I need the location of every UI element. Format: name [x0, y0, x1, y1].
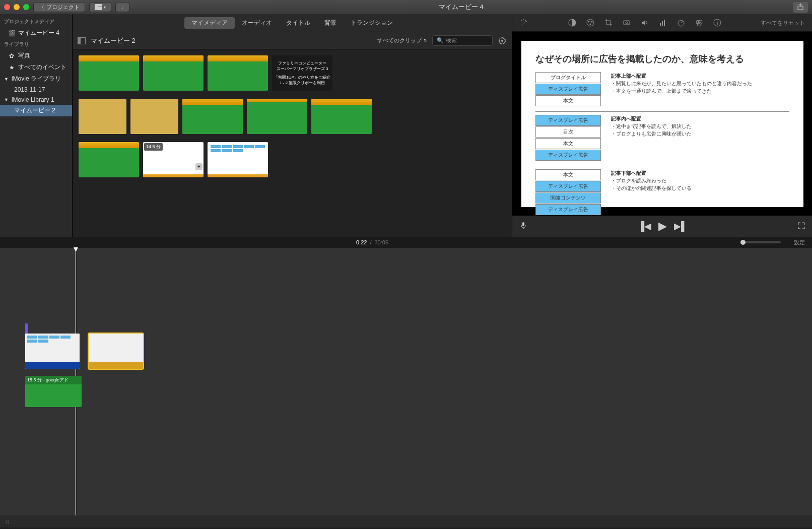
slide-section-title: 記事下部へ配置	[611, 170, 646, 176]
sidebar-movie2-label: マイムービー 2	[14, 106, 55, 115]
svg-text:i: i	[716, 20, 717, 26]
slide-box: ディスプレイ広告	[535, 84, 601, 95]
clip-text: 「無限1UP」のやり方をご紹介	[274, 75, 330, 80]
fullscreen-icon[interactable]	[798, 221, 805, 232]
clip-filter-dropdown[interactable]: すべてのクリップ ⇅	[377, 37, 427, 44]
tab-mymedia[interactable]: マイメディア	[184, 17, 235, 29]
sidebar-photos-label: 写真	[18, 51, 30, 60]
clip-thumb[interactable]	[130, 99, 178, 134]
slide-box: ブログタイトル	[535, 72, 601, 83]
clips-grid: ファミリーコンピューター スーパーマリオブラザーズ 3 「無限1UP」のやり方を…	[73, 49, 512, 237]
share-button[interactable]	[793, 2, 808, 13]
sidebar-imovie-lib[interactable]: ▼ iMovie ライブラリ	[0, 73, 72, 85]
grid-icon	[95, 4, 102, 10]
sidebar-all-events[interactable]: ★ すべてのイベント	[0, 61, 72, 73]
timeline-clip-selected[interactable]	[89, 334, 143, 369]
browser-toolbar: マイムービー 2 すべてのクリップ ⇅ 🔍 検索	[73, 32, 512, 49]
tab-audio[interactable]: オーディオ	[235, 17, 279, 29]
stabilize-icon[interactable]	[622, 18, 631, 27]
clip-thumb[interactable]	[208, 55, 268, 91]
total-time: 30:06	[374, 239, 388, 245]
gear-icon[interactable]	[498, 36, 507, 45]
filter-icon[interactable]	[695, 18, 704, 27]
slide-box: ディスプレイ広告	[535, 181, 601, 192]
zoom-slider[interactable]	[740, 241, 781, 243]
window-title: マイムービー 4	[133, 3, 789, 12]
tab-bg[interactable]: 背景	[317, 17, 344, 29]
search-icon: 🔍	[437, 37, 444, 44]
time-display-bar: 0:22 / 30:06 設定	[0, 237, 812, 248]
search-placeholder: 検索	[446, 37, 457, 44]
palette-icon[interactable]	[586, 18, 595, 27]
prev-button[interactable]: ▐◀	[638, 221, 651, 232]
crop-icon[interactable]	[604, 18, 613, 27]
reset-all-button[interactable]: すべてをリセット	[761, 19, 805, 27]
clip-thumb[interactable]	[182, 99, 243, 134]
equalizer-icon[interactable]	[658, 18, 667, 27]
svg-point-7	[523, 19, 524, 20]
add-icon[interactable]: +	[195, 163, 202, 170]
fullscreen-icon[interactable]	[23, 4, 29, 10]
clip-text: スーパーマリオブラザーズ 3	[274, 66, 330, 72]
clip-thumb[interactable]: ファミリーコンピューター スーパーマリオブラザーズ 3 「無限1UP」のやり方を…	[272, 55, 332, 91]
slide-box: ディスプレイ広告	[535, 150, 601, 161]
flower-icon: ✿	[8, 52, 15, 59]
sidebar-photos[interactable]: ✿ 写真	[0, 50, 72, 61]
tab-transition[interactable]: トランジション	[344, 17, 400, 29]
mic-icon[interactable]	[519, 221, 527, 232]
view-mode-button[interactable]: ▾	[89, 2, 111, 12]
clip-thumb[interactable]	[247, 99, 307, 134]
speed-icon[interactable]	[676, 18, 686, 27]
svg-rect-24	[522, 222, 524, 226]
slide-bullet: ・閲覧しに来たが、見たいと思っていたものと違う内容だった	[611, 81, 752, 86]
settings-button[interactable]: 設定	[794, 239, 805, 246]
wand-icon[interactable]	[519, 18, 528, 27]
disclosure-icon: ▼	[4, 77, 9, 82]
timeline-audio-clip[interactable]: 15.5 分 - googleアド	[25, 376, 82, 407]
svg-point-11	[591, 21, 592, 23]
star-icon: ★	[8, 64, 15, 71]
back-button[interactable]: 〈 プロジェクト	[33, 2, 85, 12]
color-balance-icon[interactable]	[568, 18, 577, 27]
minimize-icon[interactable]	[14, 4, 20, 10]
timeline[interactable]: 15.5 分 - googleアド ♫	[0, 248, 812, 527]
search-input[interactable]: 🔍 検索	[432, 35, 493, 46]
slide-box: ディスプレイ広告	[535, 204, 601, 215]
clip-thumb[interactable]	[143, 55, 204, 91]
sidebar-imovie-lib1[interactable]: ▼ iMovie Library 1	[0, 95, 72, 105]
preview-slide: なぜその場所に広告を掲載したのか、意味を考える ブログタイトル ディスプレイ広告…	[521, 41, 803, 207]
volume-icon[interactable]	[640, 18, 649, 27]
play-button[interactable]: ▶	[658, 220, 667, 233]
svg-rect-13	[624, 21, 630, 25]
close-icon[interactable]	[4, 4, 10, 10]
clip-thumb[interactable]	[208, 142, 268, 177]
duration-badge: 14.5 分	[144, 143, 163, 151]
tab-title[interactable]: タイトル	[279, 17, 317, 29]
download-icon: ↓	[121, 4, 124, 10]
timeline-clip[interactable]	[25, 334, 80, 369]
import-button[interactable]: ↓	[115, 2, 129, 12]
music-icon[interactable]: ♫	[5, 518, 10, 525]
info-icon[interactable]: i	[713, 18, 722, 27]
timeline-marker[interactable]	[25, 323, 28, 334]
clip-thumb[interactable]: 14.5 分 +	[143, 142, 204, 177]
next-button[interactable]: ▶▌	[674, 221, 688, 232]
sidebar-project[interactable]: 🎬 マイムービー 4	[0, 27, 72, 39]
slide-bullet: ・ブログを読み終わった	[611, 178, 666, 183]
sidebar-movie2[interactable]: マイムービー 2	[0, 105, 72, 116]
svg-rect-1	[98, 4, 102, 7]
clip-thumb[interactable]	[79, 142, 139, 177]
clip-thumb[interactable]	[79, 99, 126, 134]
svg-point-14	[626, 22, 628, 24]
slide-section-title: 記事上部へ配置	[611, 73, 646, 79]
media-browser: マイメディア オーディオ タイトル 背景 トランジション マイムービー 2 すべ…	[73, 14, 512, 237]
clip-thumb[interactable]	[311, 99, 372, 134]
svg-rect-15	[660, 23, 661, 26]
sidebar-date-item[interactable]: 2013-11-17	[0, 85, 72, 95]
clip-thumb[interactable]	[79, 55, 139, 91]
slide-box: 目次	[535, 126, 601, 138]
sidebar: プロジェクトメディア 🎬 マイムービー 4 ライブラリ ✿ 写真 ★ すべてのイ…	[0, 14, 73, 237]
sidebar-toggle-icon[interactable]	[78, 37, 86, 44]
slide-box: 本文	[535, 95, 601, 106]
clip-text: ファミリーコンピューター	[274, 60, 330, 66]
